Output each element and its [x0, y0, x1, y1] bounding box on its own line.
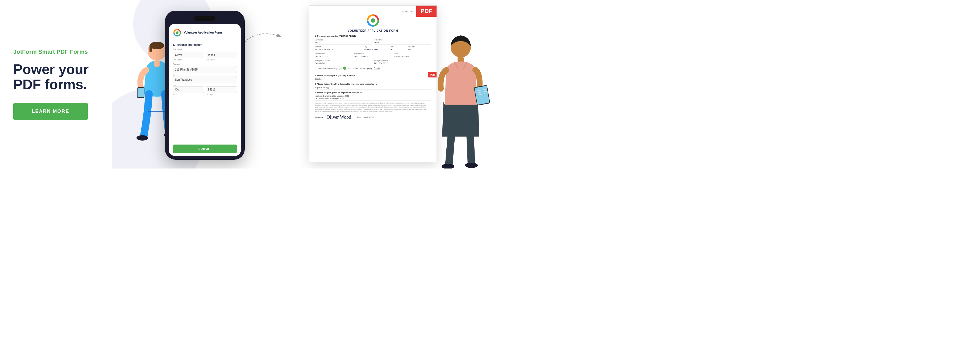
pdf-document: PDF Today's Date VOLUNTEER APPLICATION F… — [309, 5, 437, 162]
phone-body: 1. Personal Information Full Name Oliver… — [169, 40, 241, 142]
phone-header: Volunteer Application Form — [169, 24, 241, 40]
phone-name-sublabels: First Name Last Name — [173, 59, 237, 61]
pdf-signature-value: Oliver Wood — [327, 115, 352, 120]
phone-zip-label: ZIP Code — [206, 93, 237, 95]
learn-more-button[interactable]: LEARN MORE — [13, 103, 88, 120]
phone-section-title: 1. Personal Information — [173, 43, 237, 46]
phone-street-input[interactable]: 111 Pine St. #1815 — [173, 66, 237, 73]
headline: Power your PDF forms. — [13, 62, 99, 92]
phone-first-name-label: First Name — [173, 59, 204, 61]
phone-city-label: City — [173, 85, 237, 86]
phone-last-name-input[interactable]: Wood — [206, 52, 237, 58]
phone-city-sublabel: City — [173, 85, 237, 86]
pdf-logo-area — [315, 14, 431, 27]
pdf-sports-value: Baseball — [315, 78, 431, 81]
phone-city-input[interactable]: San Francisco — [173, 76, 237, 83]
phone-last-name-label: Last Name — [206, 59, 237, 61]
pdf-emergency-phone-field: Emergency Phone 202, 554 9612 — [374, 60, 431, 65]
pdf-language-specify-value: French — [374, 67, 380, 69]
svg-point-1 — [150, 42, 164, 49]
pdf-title: VOLUNTEER APPLICATION FORM — [315, 29, 431, 32]
pdf-state-field: State CA — [390, 46, 406, 51]
svg-point-9 — [176, 31, 178, 34]
svg-rect-5 — [138, 88, 144, 97]
pdf-today-date: Today's Date — [315, 10, 431, 12]
pdf-signature-row: Signature: Oliver Wood Date: 08-25-2020 — [315, 115, 431, 120]
svg-rect-3 — [154, 60, 160, 67]
pdf-email-field: Email oliver@me.com — [394, 53, 431, 58]
pdf-last-name-field: Last Name Wood — [315, 39, 372, 45]
phone-submit-button[interactable]: SUBMIT — [173, 145, 237, 153]
phone-state-zip-sublabels: State ZIP Code — [173, 93, 237, 95]
phone-form-title: Volunteer Application Form — [184, 31, 222, 34]
pdf-emergency-row: Emergency Contact Daniel Cliff Emergency… — [315, 60, 431, 65]
phone-full-name-label: Full Name — [173, 48, 237, 51]
phone-state-input[interactable]: CA — [173, 86, 204, 93]
pdf-signature-label: Signature: — [315, 116, 324, 118]
brand-label: JotForm Smart PDF Forms — [13, 48, 99, 55]
phone-street-label: Street — [173, 74, 237, 76]
pdf-mobile-field: Mobile Phone 216, 378 7503 — [315, 53, 352, 58]
svg-point-11 — [371, 18, 375, 22]
phone-address-label: Address — [173, 63, 237, 65]
svg-rect-2 — [150, 46, 152, 52]
phone-state-label: State — [173, 93, 204, 95]
main-container: JotForm Smart PDF Forms Power your PDF f… — [0, 0, 490, 168]
pdf-specify-label: Please specify — [360, 67, 372, 69]
left-panel: JotForm Smart PDF Forms Power your PDF f… — [0, 0, 112, 168]
pdf-address-field: Address 111 Pine St. #1815 — [315, 46, 362, 51]
pdf-no-label: No — [355, 67, 358, 69]
phone-footer: SUBMIT — [169, 142, 241, 156]
phone-zip-input[interactable]: 94111 — [206, 86, 237, 93]
pdf-yes-label: Yes — [347, 67, 350, 69]
pdf-emergency-contact-field: Emergency Contact Daniel Cliff — [315, 60, 372, 65]
pdf-name-row: Last Name Wood First Name Oliver — [315, 39, 431, 45]
pdf-section4-title: 4. Please list your previous experience … — [315, 91, 431, 94]
pdf-health-value: Physical therapy — [315, 86, 431, 90]
phone-street-sublabel: Street — [173, 74, 237, 76]
pdf-date-label: Date: — [357, 116, 362, 118]
pdf-city-field: City San Francisco — [364, 46, 388, 51]
pdf-phone-row: Mobile Phone 216, 378 7503 Home Phone 20… — [315, 53, 431, 58]
right-section: Volunteer Application Form 1. Personal I… — [112, 0, 490, 168]
pdf-address-row: Address 111 Pine St. #1815 City San Fran… — [315, 46, 431, 51]
jotform-logo — [173, 28, 182, 37]
pdf-first-name-field: First Name Oliver — [374, 39, 431, 45]
pdf-language-row: Do you speak another language? ✓ Yes ○ N… — [315, 67, 431, 70]
phone-state-zip-group: CA 94111 — [173, 86, 237, 93]
pdf-section3-title: 3. Please list any health or leadership … — [315, 83, 431, 85]
pdf-badge: PDF — [416, 6, 436, 17]
pdf-home-field: Home Phone 202, 555 2011 — [354, 53, 392, 58]
person-illustration-right — [426, 30, 490, 168]
phone-mockup: Volunteer Application Form 1. Personal I… — [165, 11, 245, 160]
phone-screen: Volunteer Application Form 1. Personal I… — [169, 24, 241, 156]
phone-name-group: Oliver Wood — [173, 52, 237, 58]
svg-point-6 — [137, 135, 148, 141]
pdf-section2-title: 2. Please list any sports you play or co… — [315, 74, 431, 77]
pdf-date-value: 08-25-2020 — [364, 116, 374, 118]
pdf-section1-title: 1. Personal Information (PLEASE PRINT) — [315, 35, 431, 37]
phone-first-name-input[interactable]: Oliver — [173, 52, 204, 58]
svg-point-20 — [465, 163, 478, 168]
phone-notch — [194, 16, 215, 21]
pdf-language-label: Do you speak another language? — [315, 67, 342, 69]
pdf-fine-print: In connection with my voluntary involvem… — [315, 102, 431, 112]
pdf-experience-value: Northern California Little League, 2020 … — [315, 95, 431, 101]
